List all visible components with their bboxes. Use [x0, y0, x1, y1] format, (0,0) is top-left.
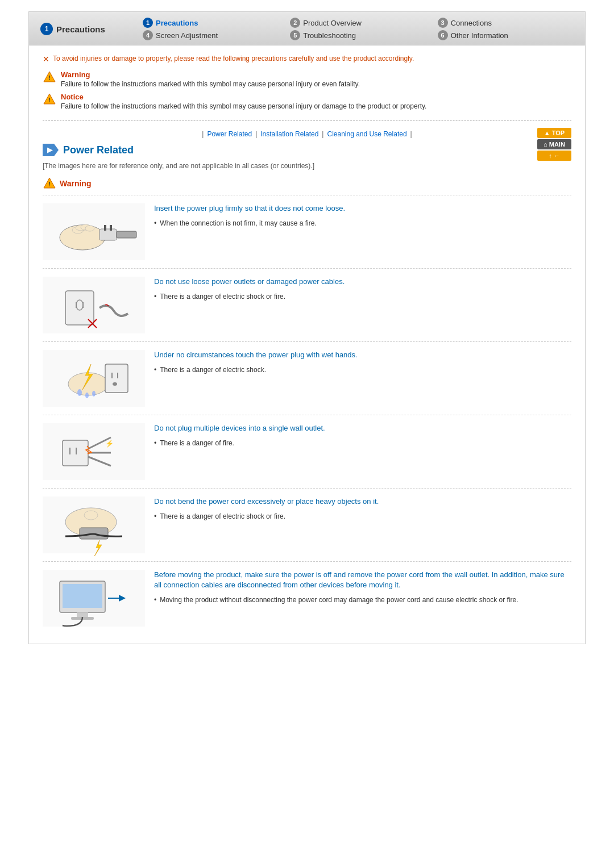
nav-label-4: Screen Adjustment: [156, 31, 218, 40]
notice-text: Failure to follow the instructions marke…: [61, 101, 426, 111]
instruction-title-2: Do not use loose power outlets or damage…: [154, 277, 571, 287]
intro-note: To avoid injuries or damage to property,…: [53, 55, 414, 62]
svg-rect-43: [77, 612, 88, 617]
section-warning-label: Warning: [60, 179, 91, 188]
svg-rect-27: [105, 364, 128, 393]
bullet-dot-2: •: [154, 291, 156, 302]
instruction-row-2: Do not use loose power outlets or damage…: [43, 268, 571, 341]
nav-item-precautions[interactable]: 1 Precautions: [143, 18, 279, 28]
power-section-icon: ▶: [43, 144, 59, 156]
instruction-content-5: Do not bend the power cord excessively o…: [154, 496, 571, 521]
precautions-intro: ✕ To avoid injuries or damage to propert…: [43, 55, 571, 64]
warning-label: Warning: [61, 70, 90, 79]
bullet-dot-3: •: [154, 365, 156, 375]
instruction-row-6: Before moving the product, make sure the…: [43, 561, 571, 635]
nav-item-product-overview[interactable]: 2 Product Overview: [290, 18, 426, 28]
main-container: 1 Precautions 1 Precautions 2 Product Ov…: [28, 11, 586, 644]
svg-point-23: [68, 373, 108, 395]
instruction-content-1: Insert the power plug firmly so that it …: [154, 203, 571, 228]
instruction-row-4: ⚡ Do not plug multiple devices into a si…: [43, 415, 571, 488]
instruction-bullet-1: • When the connection is not firm, it ma…: [154, 218, 571, 228]
svg-rect-17: [65, 291, 94, 325]
instruction-title-4: Do not plug multiple devices into a sing…: [154, 423, 571, 433]
section-header: ▶ Power Related: [43, 144, 571, 156]
instruction-content-6: Before moving the product, make sure the…: [154, 570, 571, 605]
nav-num-5: 5: [290, 30, 300, 40]
loose-outlet-illustration: [48, 279, 139, 331]
nav-item-troubleshooting[interactable]: 5 Troubleshooting: [290, 30, 426, 40]
instruction-image-4: ⚡: [43, 423, 145, 480]
bullet-text-6: Moving the product without disconnecting…: [160, 595, 518, 605]
svg-point-24: [77, 389, 82, 396]
instruction-title-5: Do not bend the power cord excessively o…: [154, 496, 571, 507]
power-related-link[interactable]: Power Related: [207, 130, 252, 138]
nav-num-6: 6: [438, 30, 448, 40]
svg-line-36: [88, 457, 111, 466]
instruction-row-1: Insert the power plug firmly so that it …: [43, 195, 571, 268]
main-button[interactable]: ⌂ MAIN: [537, 139, 571, 149]
instruction-bullet-6: • Moving the product without disconnecti…: [154, 595, 571, 605]
top-arrow-icon: ▲: [544, 130, 550, 136]
cleaning-related-link[interactable]: Cleaning and Use Related: [327, 130, 406, 138]
nav-num-1: 1: [143, 18, 153, 28]
sidebar-label: 1 Precautions: [40, 18, 120, 40]
notice-triangle-icon: !: [43, 93, 56, 106]
svg-rect-42: [63, 584, 102, 608]
instruction-image-5: [43, 496, 145, 553]
nav-item-other-info[interactable]: 6 Other Information: [438, 30, 574, 40]
multiple-plugs-illustration: ⚡: [48, 426, 139, 477]
sidebar-number: 1: [40, 23, 53, 35]
nav-num-3: 3: [438, 18, 448, 28]
separator-1: [43, 120, 571, 121]
section-warning-header: ! Warning: [43, 177, 571, 190]
prev-label: ↑ ←: [549, 152, 560, 159]
notice-badge: Notice: [61, 93, 426, 101]
instruction-image-1: [43, 203, 145, 260]
instruction-bullet-4: • There is a danger of fire.: [154, 438, 571, 448]
nav-links-row: | Power Related | Installation Related |…: [43, 130, 571, 138]
section-warning-icon: !: [43, 177, 56, 190]
svg-point-16: [85, 226, 94, 231]
bullet-dot-6: •: [154, 595, 156, 605]
warning-badge: Warning: [61, 70, 360, 79]
svg-point-40: [84, 511, 98, 520]
top-label: TOP: [552, 130, 565, 136]
content-area: ✕ To avoid injuries or damage to propert…: [29, 45, 585, 644]
instruction-bullet-2: • There is a danger of electric shock or…: [154, 291, 571, 302]
instruction-content-3: Under no circumstances touch the power p…: [154, 350, 571, 375]
nav-num-2: 2: [290, 18, 300, 28]
nav-label-2: Product Overview: [303, 19, 362, 27]
wet-hands-illustration: [48, 347, 139, 410]
prev-button[interactable]: ↑ ←: [537, 151, 571, 161]
installation-related-link[interactable]: Installation Related: [260, 130, 318, 138]
nav-item-screen-adjustment[interactable]: 4 Screen Adjustment: [143, 30, 279, 40]
header: 1 Precautions 1 Precautions 2 Product Ov…: [29, 12, 585, 45]
warning-block: ! Warning Failure to follow the instruct…: [43, 70, 571, 89]
bullet-dot-4: •: [154, 438, 156, 448]
warning-text: Failure to follow the instructions marke…: [61, 79, 360, 89]
svg-point-30: [113, 382, 117, 386]
nav-label-1: Precautions: [156, 19, 198, 27]
float-buttons: ▲ TOP ⌂ MAIN ↑ ←: [537, 128, 571, 161]
svg-text:▶: ▶: [47, 146, 53, 154]
bullet-text-3: There is a danger of electric shock.: [160, 365, 266, 375]
bullet-dot-1: •: [154, 218, 156, 228]
plug-insert-illustration: [48, 206, 139, 257]
notice-label: Notice: [61, 93, 84, 101]
instruction-image-3: [43, 350, 145, 407]
bullet-text-2: There is a danger of electric shock or f…: [160, 291, 285, 302]
nav-label-3: Connections: [451, 19, 492, 27]
bullet-text-1: When the connection is not firm, it may …: [160, 218, 316, 228]
instruction-row-5: Do not bend the power cord excessively o…: [43, 488, 571, 561]
bent-cord-illustration: [48, 494, 139, 556]
top-button[interactable]: ▲ TOP: [537, 128, 571, 138]
reference-note: [The images here are for reference only,…: [43, 162, 571, 170]
instruction-bullet-5: • There is a danger of electric shock or…: [154, 511, 571, 521]
instruction-title-1: Insert the power plug firmly so that it …: [154, 203, 571, 214]
svg-rect-31: [63, 440, 88, 466]
nav-item-connections[interactable]: 3 Connections: [438, 18, 574, 28]
svg-text:!: !: [48, 97, 51, 103]
bullet-text-5: There is a danger of electric shock or f…: [160, 511, 285, 521]
instruction-row-3: Under no circumstances touch the power p…: [43, 341, 571, 415]
x-mark-icon: ✕: [43, 55, 49, 64]
